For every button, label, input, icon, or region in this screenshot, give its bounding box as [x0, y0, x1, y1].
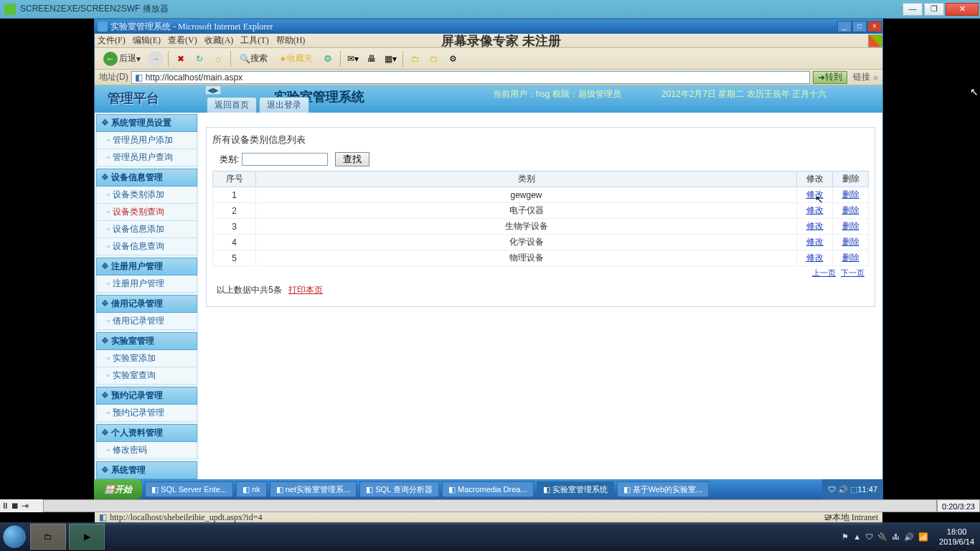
- sidebar-item[interactable]: 修改密码: [96, 442, 197, 459]
- search-button[interactable]: 查找: [335, 152, 369, 166]
- ie-window: 实验室管理系统 - Microsoft Internet Explorer _ …: [94, 19, 883, 512]
- app-header: 管理平台 ◀▶ 实验室管理系统 当前用户：hsg 权限：超级管理员 2012年2…: [95, 85, 882, 113]
- print-button[interactable]: 🖶: [364, 51, 380, 67]
- xp-task-button[interactable]: ◧ 实验室管理系统: [537, 481, 614, 497]
- sidebar-item[interactable]: 设备信息查询: [96, 238, 197, 255]
- sidebar-item[interactable]: 借用记录管理: [96, 313, 197, 330]
- pause-icon: ⏸: [0, 501, 10, 511]
- cell-category: 化学设备: [256, 235, 797, 250]
- sidebar-group-header[interactable]: 系统管理: [96, 461, 197, 479]
- tools-button[interactable]: ⚙: [445, 51, 461, 67]
- sidebar-item[interactable]: 设备类别添加: [96, 187, 197, 204]
- table-row: 5物理设备修改删除: [213, 250, 869, 266]
- edit-link[interactable]: 修改: [806, 253, 824, 263]
- sidebar-group-header[interactable]: 借用记录管理: [96, 295, 197, 313]
- menu-tools[interactable]: 工具(T): [240, 34, 268, 47]
- sidebar-item[interactable]: 实验室查询: [96, 367, 197, 385]
- search-button[interactable]: 🔍 搜索: [235, 51, 272, 67]
- col-category: 类别: [256, 171, 797, 187]
- data-table: 序号 类别 修改 删除 1gewgew修改删除2电子仪器修改删除3生物学设备修改…: [212, 171, 869, 266]
- sidebar-group-header[interactable]: 个人资料管理: [96, 424, 197, 442]
- menu-help[interactable]: 帮助(H): [276, 34, 306, 47]
- player-timeline[interactable]: [43, 499, 937, 512]
- cell-index: 1: [213, 187, 256, 203]
- ie-minimize-button[interactable]: _: [837, 21, 852, 32]
- table-row: 4化学设备修改删除: [213, 235, 869, 250]
- sidebar-item[interactable]: 设备类别查询: [96, 204, 197, 221]
- sidebar-item[interactable]: 设备信息添加: [96, 221, 197, 238]
- sidebar-group-header[interactable]: 系统管理员设置: [96, 114, 197, 132]
- delete-link[interactable]: 删除: [842, 205, 859, 215]
- history-button[interactable]: ❂: [320, 51, 336, 67]
- go-button[interactable]: ➜ 转到: [813, 71, 847, 84]
- maximize-button[interactable]: ❐: [924, 3, 944, 16]
- address-label: 地址(D): [99, 71, 128, 83]
- pager-next[interactable]: 下一页: [841, 268, 864, 277]
- links-button[interactable]: 链接: [850, 71, 873, 83]
- table-row: 3生物学设备修改删除: [213, 219, 869, 235]
- win7-start-button[interactable]: [0, 522, 29, 551]
- xp-system-tray[interactable]: 🛡 🔊 ⬚ 11:47: [822, 479, 883, 499]
- win7-system-tray[interactable]: ⚑ ▲ 🛡 🔌 🖧 🔊 📶 18:002019/6/14: [839, 527, 980, 547]
- close-button[interactable]: ✕: [946, 3, 979, 16]
- xp-task-button[interactable]: ◧ 基于Web的实验室...: [617, 481, 710, 497]
- xp-task-button[interactable]: ◧ Macromedia Drea...: [442, 481, 534, 497]
- delete-link[interactable]: 删除: [842, 221, 859, 231]
- sidebar-group-header[interactable]: 注册用户管理: [96, 258, 197, 276]
- xp-start-button[interactable]: 🪟 开始: [94, 479, 142, 499]
- sidebar-item[interactable]: 实验室添加: [96, 350, 197, 367]
- stop-icon: ⏹: [10, 501, 20, 511]
- xp-task-button[interactable]: ◧ net实验室管理系...: [270, 481, 357, 497]
- mail-button[interactable]: ✉▾: [345, 51, 361, 67]
- folder-button[interactable]: 🗀: [407, 51, 423, 67]
- favorites-button[interactable]: ★ 收藏夹: [275, 51, 317, 67]
- refresh-button[interactable]: ↻: [192, 51, 207, 67]
- win7-clock[interactable]: 18:002019/6/14: [939, 527, 974, 547]
- pager-prev[interactable]: 上一页: [812, 268, 836, 277]
- sidebar-toggle-icon[interactable]: ◀▶: [205, 85, 221, 95]
- edit-link[interactable]: 修改: [806, 205, 824, 215]
- xp-task-button[interactable]: ◧ nk: [236, 481, 267, 497]
- sidebar-group-header[interactable]: 实验室管理: [96, 332, 197, 350]
- stop-button[interactable]: ✖: [173, 51, 189, 67]
- win7-task-explorer[interactable]: 🗀: [30, 524, 66, 550]
- win7-task-player[interactable]: ▶: [69, 524, 105, 550]
- sidebar-group-header[interactable]: 设备信息管理: [96, 169, 197, 187]
- edit-link[interactable]: 修改: [806, 189, 824, 199]
- address-input[interactable]: ◧http://localhost/main.aspx: [131, 71, 811, 84]
- menu-file[interactable]: 文件(F): [98, 34, 126, 47]
- edit-link[interactable]: 修改: [806, 237, 824, 247]
- menu-favorites[interactable]: 收藏(A): [204, 34, 234, 47]
- cell-index: 3: [213, 219, 256, 235]
- sidebar-item[interactable]: 预约记录管理: [96, 405, 197, 422]
- forward-button[interactable]: →: [148, 51, 164, 67]
- minimize-button[interactable]: —: [903, 3, 923, 16]
- delete-link[interactable]: 删除: [842, 237, 859, 247]
- ie-maximize-button[interactable]: □: [852, 21, 867, 32]
- menu-view[interactable]: 查看(V): [168, 34, 197, 47]
- home-button[interactable]: ⌂: [210, 51, 226, 67]
- tab-logout[interactable]: 退出登录: [259, 97, 309, 113]
- player-controls[interactable]: ⏸⏹⇥: [0, 499, 43, 512]
- search-input[interactable]: [242, 153, 328, 166]
- xp-task-button[interactable]: ◧ SQL 查询分析器: [359, 481, 439, 497]
- edit-link[interactable]: 修改: [806, 221, 824, 231]
- sidebar-group-header[interactable]: 预约记录管理: [96, 387, 197, 405]
- status-url: http://localhost/shebeileibie_updt.aspx?…: [110, 512, 824, 523]
- brand-title: 管理平台: [108, 90, 159, 107]
- xp-task-button[interactable]: ◧ SQL Server Ente...: [145, 481, 233, 497]
- sidebar-item[interactable]: 管理员用户查询: [96, 149, 197, 166]
- sidebar-item[interactable]: 管理员用户添加: [96, 132, 197, 149]
- delete-link[interactable]: 删除: [842, 189, 859, 199]
- tab-home[interactable]: 返回首页: [207, 97, 257, 113]
- sidebar-item[interactable]: 注册用户管理: [96, 276, 197, 293]
- cell-category: 电子仪器: [256, 203, 797, 219]
- tray-up-icon: ▲: [853, 532, 861, 541]
- back-button[interactable]: ←后退 ▾: [99, 51, 145, 67]
- menu-edit[interactable]: 编辑(E): [133, 34, 161, 47]
- delete-link[interactable]: 删除: [842, 253, 859, 263]
- ie-close-button[interactable]: ×: [867, 21, 882, 32]
- edit-button[interactable]: ▦▾: [382, 51, 398, 67]
- print-link[interactable]: 打印本页: [288, 285, 323, 295]
- folder2-button[interactable]: 🗀: [426, 51, 442, 67]
